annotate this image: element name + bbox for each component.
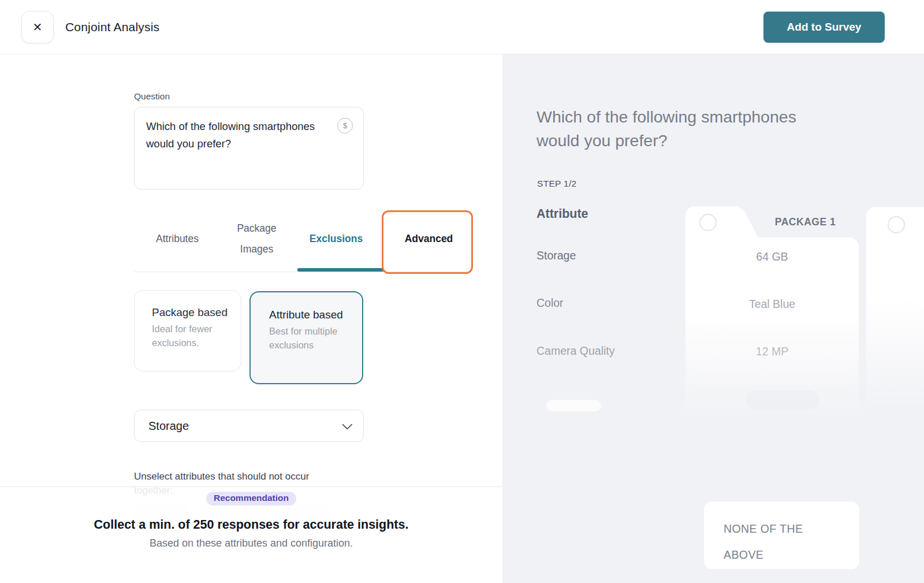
- package-value-storage: 64 GB: [685, 250, 859, 263]
- package-1-card[interactable]: PACKAGE 1 64 GB Teal Blue 12 MP: [685, 206, 859, 419]
- attribute-column-header: Attribute: [536, 207, 588, 221]
- recommendation-overlay: Recommendation Collect a min. of 250 res…: [0, 487, 502, 583]
- attribute-select-value: Storage: [148, 419, 189, 433]
- mode-card-package-based[interactable]: Package based Ideal for fewer exclusions…: [134, 290, 241, 372]
- mode-card-description: Best for multiple exclusions: [269, 324, 356, 352]
- preview-step-indicator: STEP 1/2: [537, 179, 576, 189]
- tab-package-images[interactable]: Package Images: [221, 206, 293, 271]
- attribute-select[interactable]: Storage: [134, 410, 364, 442]
- question-input-value: Which of the following smartphones would…: [146, 118, 338, 153]
- package-value-color: Teal Blue: [685, 298, 859, 311]
- dollar-glyph: $: [343, 121, 347, 130]
- close-icon: ✕: [33, 20, 43, 34]
- package-2-card-partial[interactable]: [866, 207, 924, 409]
- package-2-radio[interactable]: [888, 216, 905, 233]
- top-bar: ✕ Conjoint Analysis Add to Survey: [0, 0, 924, 54]
- tab-attributes[interactable]: Attributes: [134, 206, 221, 271]
- attribute-row-color: Color: [536, 296, 564, 310]
- mode-card-title: Package based: [152, 304, 233, 321]
- question-input[interactable]: Which of the following smartphones would…: [134, 107, 364, 190]
- preview-panel: Which of the following smartphones would…: [502, 54, 924, 583]
- page-title: Conjoint Analysis: [65, 0, 159, 54]
- mode-card-title: Attribute based: [269, 306, 356, 323]
- tabs-underline: [134, 272, 469, 272]
- package-1-body: 64 GB Teal Blue 12 MP: [685, 237, 859, 419]
- package-1-title: PACKAGE 1: [755, 216, 856, 228]
- mode-card-attribute-based[interactable]: Attribute based Best for multiple exclus…: [249, 291, 363, 384]
- recommendation-title: Collect a min. of 250 responses for accu…: [94, 518, 409, 532]
- attribute-row-camera: Camera Quality: [536, 344, 614, 358]
- attribute-row-storage: Storage: [536, 249, 576, 262]
- package-value-camera: 12 MP: [685, 345, 859, 358]
- recommendation-subtitle: Based on these attributes and configurat…: [150, 537, 353, 549]
- add-to-survey-button[interactable]: Add to Survey: [763, 12, 885, 43]
- tab-advanced[interactable]: Advanced: [381, 206, 476, 271]
- package-1-radio[interactable]: [699, 214, 717, 231]
- faded-button-pill: [746, 390, 819, 410]
- mode-card-description: Ideal for fewer exclusions.: [152, 322, 233, 350]
- active-tab-indicator: [297, 268, 384, 272]
- editor-panel: Question Which of the following smartpho…: [0, 54, 502, 583]
- question-label: Question: [134, 91, 170, 102]
- close-button[interactable]: ✕: [21, 11, 54, 43]
- chevron-down-icon: [342, 419, 352, 429]
- none-of-the-above-label: NONE OF THE ABOVE: [724, 516, 822, 568]
- tab-exclusions[interactable]: Exclusions: [293, 206, 379, 271]
- none-of-the-above-card[interactable]: NONE OF THE ABOVE: [704, 502, 859, 569]
- faded-row-pill: [546, 400, 601, 411]
- preview-question: Which of the following smartphones would…: [536, 105, 828, 153]
- price-icon[interactable]: $: [337, 118, 353, 133]
- recommendation-badge: Recommendation: [206, 492, 296, 506]
